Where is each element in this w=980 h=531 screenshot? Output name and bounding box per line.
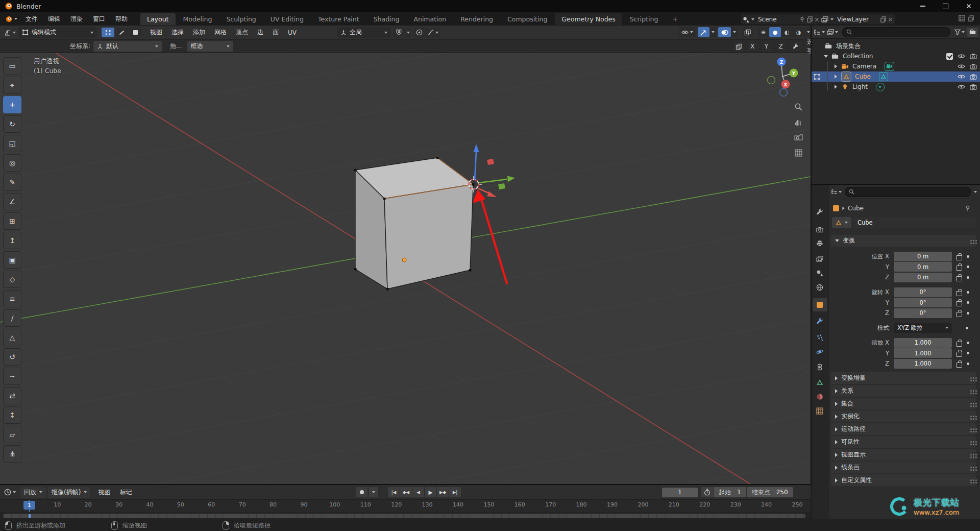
- properties-tab-data[interactable]: [813, 376, 827, 389]
- proportional-edit-button[interactable]: [413, 28, 425, 38]
- scale-z-field[interactable]: 1.000: [894, 359, 952, 369]
- timeline-horizontal-scrollbar[interactable]: [3, 514, 805, 518]
- tool-shrink-flatten[interactable]: ↕: [3, 406, 21, 424]
- menu-mesh[interactable]: 网格: [210, 27, 231, 38]
- tool-spin[interactable]: ↺: [3, 348, 21, 366]
- mesh-data-badge[interactable]: [879, 72, 888, 81]
- mirror-z-button[interactable]: Z: [776, 41, 788, 52]
- properties-editor-type-button[interactable]: [831, 188, 842, 195]
- use-preview-range-button[interactable]: [701, 489, 713, 496]
- show-gizmo-button[interactable]: [698, 27, 709, 37]
- properties-tab-tool[interactable]: [813, 205, 827, 219]
- camera-data-badge[interactable]: [885, 62, 894, 71]
- section-relations[interactable]: 关系: [831, 385, 976, 397]
- tool-transform[interactable]: ◎: [3, 154, 21, 172]
- lock-icon[interactable]: [956, 352, 962, 357]
- auto-key-button[interactable]: [356, 487, 368, 497]
- properties-tab-scene[interactable]: [813, 267, 827, 280]
- properties-filter-chevron[interactable]: [974, 191, 977, 193]
- lock-icon[interactable]: [956, 301, 962, 306]
- animate-dot[interactable]: [967, 342, 969, 344]
- tool-knife[interactable]: /: [3, 309, 21, 327]
- menu-help[interactable]: 帮助: [110, 13, 133, 25]
- tab-compositing[interactable]: Compositing: [501, 13, 554, 25]
- menu-edge[interactable]: 边: [253, 27, 268, 38]
- rotation-mode-dropdown[interactable]: XYZ 欧拉: [894, 323, 952, 333]
- pan-button[interactable]: [792, 115, 805, 129]
- section-delta-transform[interactable]: 变换增量: [831, 372, 976, 384]
- select-mode-vertex-button[interactable]: [102, 28, 114, 37]
- tab-scripting[interactable]: Scripting: [623, 13, 665, 25]
- scene-selector[interactable]: Scene: [740, 14, 822, 25]
- transform-orientation-dropdown[interactable]: 全局: [337, 27, 391, 38]
- new-view-layer-icon[interactable]: [880, 16, 886, 22]
- properties-tab-constraints[interactable]: [813, 360, 827, 374]
- rot-y-field[interactable]: 0°: [894, 298, 952, 307]
- proportional-falloff-button[interactable]: [426, 28, 440, 38]
- object-name-field[interactable]: Cube: [853, 217, 976, 228]
- mirror-x-button[interactable]: X: [748, 41, 759, 52]
- lock-icon[interactable]: [956, 363, 962, 368]
- frame-start-field[interactable]: 起始 1: [713, 487, 746, 497]
- play-reverse-button[interactable]: ◀: [412, 487, 425, 497]
- new-collection-button[interactable]: [967, 28, 978, 37]
- xray-toggle-button[interactable]: [742, 27, 753, 37]
- properties-tab-modifiers[interactable]: [813, 315, 827, 328]
- scale-y-field[interactable]: 1.000: [894, 348, 952, 358]
- menu-face[interactable]: 面: [268, 27, 283, 38]
- pin-icon[interactable]: [965, 205, 971, 211]
- tab-rendering[interactable]: Rendering: [454, 13, 500, 25]
- tab-add-workspace[interactable]: +: [666, 13, 684, 25]
- shading-rendered-button[interactable]: ◑: [793, 27, 804, 37]
- section-visibility[interactable]: 可见性: [831, 436, 976, 448]
- animate-dot[interactable]: [967, 291, 969, 294]
- menu-window[interactable]: 窗口: [88, 13, 110, 25]
- drag-handle-icon[interactable]: [970, 240, 972, 242]
- properties-tab-particles[interactable]: [813, 331, 827, 344]
- outliner-row-camera[interactable]: Camera: [812, 61, 980, 71]
- page-icon[interactable]: [968, 15, 974, 21]
- snap-toggle-button[interactable]: [393, 28, 405, 38]
- properties-tab-physics[interactable]: [813, 345, 827, 358]
- tab-layout[interactable]: Layout: [140, 13, 176, 25]
- pin-icon[interactable]: [799, 17, 805, 22]
- properties-search-input[interactable]: [845, 187, 971, 197]
- camera-expand-arrow[interactable]: [835, 64, 837, 68]
- tab-shading[interactable]: Shading: [367, 13, 406, 25]
- frame-end-field[interactable]: 结束点 250: [746, 487, 793, 497]
- properties-tab-render[interactable]: [813, 223, 827, 236]
- properties-tab-world[interactable]: [813, 281, 827, 294]
- properties-tab-object[interactable]: [813, 298, 827, 311]
- zoom-button[interactable]: [792, 100, 805, 113]
- show-overlays-button[interactable]: [718, 27, 731, 37]
- animate-dot[interactable]: [967, 255, 969, 258]
- tool-inset-faces[interactable]: ▣: [3, 251, 21, 269]
- tab-geometry-nodes[interactable]: Geometry Nodes: [555, 13, 622, 25]
- tool-rotate[interactable]: ↻: [3, 115, 21, 133]
- snap-settings-button[interactable]: [790, 41, 801, 52]
- mode-selector[interactable]: 编辑模式: [18, 27, 97, 38]
- section-viewport-display[interactable]: 视图显示: [831, 449, 976, 461]
- camera-view-button[interactable]: [792, 131, 805, 144]
- light-data-badge[interactable]: [876, 83, 885, 91]
- app-menu-button[interactable]: [0, 15, 20, 23]
- outliner-row-cube[interactable]: Cube: [812, 71, 980, 82]
- mirror-y-button[interactable]: Y: [762, 41, 773, 52]
- tab-modeling[interactable]: Modeling: [177, 13, 219, 25]
- select-mode-edge-button[interactable]: [115, 28, 128, 37]
- maximize-button[interactable]: [934, 0, 957, 12]
- outliner-row-collection[interactable]: Collection: [812, 51, 980, 61]
- animate-dot[interactable]: [967, 301, 969, 304]
- outliner-filter-button[interactable]: [954, 29, 965, 35]
- hide-eye-icon[interactable]: [958, 53, 965, 59]
- lock-icon[interactable]: [956, 312, 962, 317]
- tool-annotate[interactable]: ✎: [3, 174, 21, 191]
- outliner-search-input[interactable]: [842, 27, 950, 37]
- next-keyframe-button[interactable]: ▶◆: [437, 487, 449, 497]
- gizmo-y-neg-ball[interactable]: [768, 77, 775, 84]
- lock-icon[interactable]: [956, 266, 962, 271]
- properties-tab-material[interactable]: [813, 390, 827, 403]
- viewport-3d[interactable]: 编辑模式 视图 选择 添加 网格 顶点 边 面 UV: [0, 26, 812, 484]
- collection-checkbox[interactable]: [946, 53, 953, 60]
- playback-menu[interactable]: 回放: [20, 487, 46, 498]
